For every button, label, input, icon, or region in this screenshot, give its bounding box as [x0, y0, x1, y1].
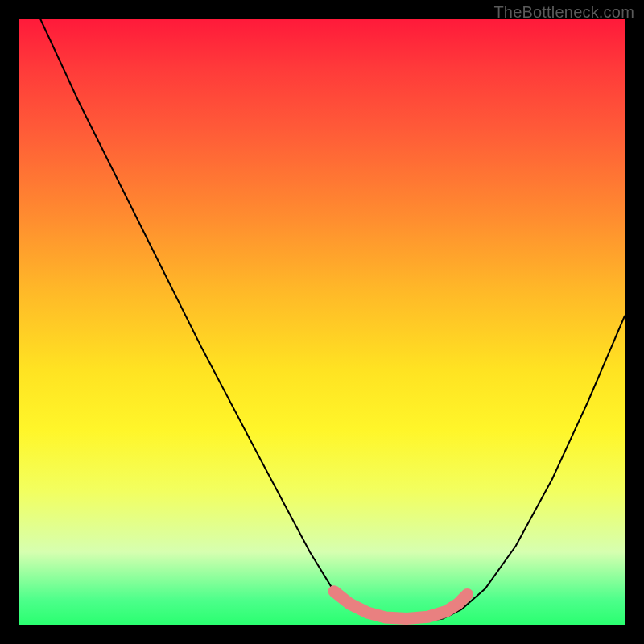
series-curve — [40, 19, 625, 621]
watermark-text: TheBottleneck.com — [493, 3, 634, 22]
series-highlight — [334, 592, 467, 619]
chart-svg — [19, 19, 625, 625]
chart-frame: TheBottleneck.com — [0, 0, 644, 644]
plot-area — [19, 19, 625, 625]
